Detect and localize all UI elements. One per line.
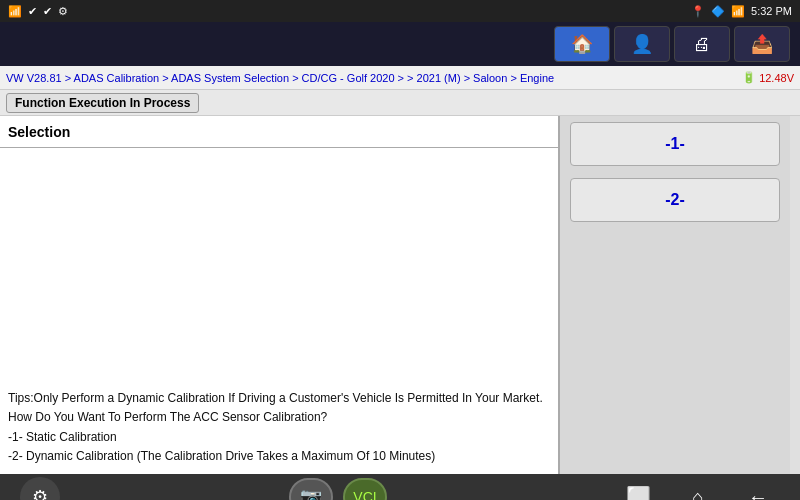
back-button[interactable]: ← xyxy=(736,478,780,500)
square-button[interactable]: ⬜ xyxy=(616,478,660,500)
option-line4: -2- Dynamic Calibration (The Calibration… xyxy=(8,447,550,466)
function-banner: Function Execution In Process xyxy=(0,90,800,116)
time-display: 5:32 PM xyxy=(751,5,792,17)
battery-value: 12.48V xyxy=(759,72,794,84)
wifi-icon: 📶 xyxy=(731,5,745,18)
function-execution-label: Function Execution In Process xyxy=(6,93,199,113)
option-1-button[interactable]: -1- xyxy=(570,122,780,166)
left-panel: Selection Tips:Only Perform a Dynamic Ca… xyxy=(0,116,560,474)
signal-icon: 📶 xyxy=(8,5,22,18)
status-bar: 📶 ✔ ✔ ⚙ 📍 🔷 📶 5:32 PM xyxy=(0,0,800,22)
home-bottom-button[interactable]: ⌂ xyxy=(676,478,720,500)
bluetooth-icon: ✔ xyxy=(28,5,37,18)
bottom-bar: ⚙ 📷 VCI ⬜ ⌂ ← xyxy=(0,474,800,500)
main-content: Selection Tips:Only Perform a Dynamic Ca… xyxy=(0,116,800,474)
camera-button[interactable]: 📷 xyxy=(289,478,333,500)
bottom-right-group: ⬜ ⌂ ← xyxy=(616,478,780,500)
breadcrumb: VW V28.81 > ADAS Calibration > ADAS Syst… xyxy=(6,72,554,84)
vci-button[interactable]: VCI xyxy=(343,478,387,500)
option-2-button[interactable]: -2- xyxy=(570,178,780,222)
content-area: Tips:Only Perform a Dynamic Calibration … xyxy=(0,148,558,474)
status-right: 📍 🔷 📶 5:32 PM xyxy=(691,5,792,18)
status-left: 📶 ✔ ✔ ⚙ xyxy=(8,5,68,18)
user-button[interactable]: 👤 xyxy=(614,26,670,62)
check-icon: ✔ xyxy=(43,5,52,18)
print-button[interactable]: 🖨 xyxy=(674,26,730,62)
exit-button[interactable]: 📤 xyxy=(734,26,790,62)
battery-indicator: 🔋 12.48V xyxy=(742,71,794,84)
location-icon: 📍 xyxy=(691,5,705,18)
nav-bar: 🏠 👤 🖨 📤 xyxy=(0,22,800,66)
right-panel: -1- -2- xyxy=(560,116,790,474)
question-line2: How Do You Want To Perform The ACC Senso… xyxy=(8,408,550,427)
breadcrumb-bar: VW V28.81 > ADAS Calibration > ADAS Syst… xyxy=(0,66,800,90)
battery-icon: 🔋 xyxy=(742,71,756,84)
home-button[interactable]: 🏠 xyxy=(554,26,610,62)
bt-icon: 🔷 xyxy=(711,5,725,18)
selection-label: Selection xyxy=(8,124,70,140)
selection-header: Selection xyxy=(0,116,558,148)
settings-icon: ⚙ xyxy=(58,5,68,18)
settings-bottom-button[interactable]: ⚙ xyxy=(20,477,60,500)
tip-line1: Tips:Only Perform a Dynamic Calibration … xyxy=(8,389,550,408)
option-line3: -1- Static Calibration xyxy=(8,428,550,447)
